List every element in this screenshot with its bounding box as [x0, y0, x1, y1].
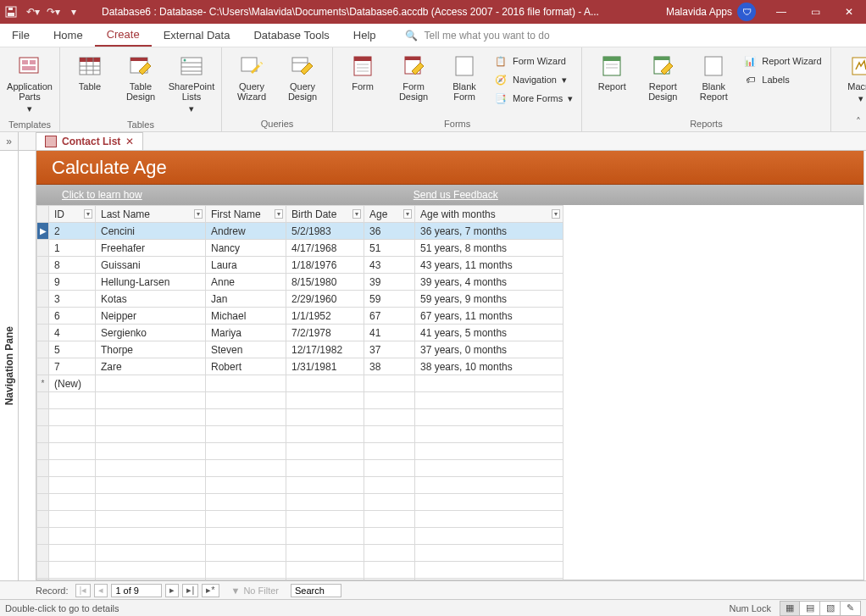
column-dropdown-icon[interactable]: ▾ [84, 209, 92, 219]
table-design-button[interactable]: Table Design [116, 51, 165, 103]
query-wizard-button[interactable]: Query Wizard [227, 51, 276, 103]
view-form-button[interactable]: ▦ [780, 601, 800, 616]
column-header[interactable]: Age▾ [364, 206, 415, 223]
form-button[interactable]: Form [338, 51, 387, 93]
table-row[interactable]: 4SergienkoMariya7/2/19784141 years, 5 mo… [37, 325, 563, 341]
row-selector[interactable] [37, 341, 49, 358]
report-wizard-button[interactable]: 📊Report Wizard [740, 53, 824, 69]
table-design-icon [127, 53, 154, 80]
form-wizard-icon: 📋 [494, 54, 508, 68]
navigation-button[interactable]: 🧭Navigation ▾ [491, 71, 576, 88]
menu-tab-create[interactable]: Create [95, 24, 152, 47]
blank-form-button[interactable]: Blank Form [440, 51, 489, 103]
row-selector[interactable] [37, 308, 49, 325]
view-layout-button[interactable]: ▧ [820, 601, 841, 616]
select-all-cell[interactable] [37, 206, 49, 223]
tab-close-icon[interactable]: ✕ [125, 136, 134, 147]
collapse-ribbon-icon[interactable]: ˄ [856, 116, 861, 128]
row-selector[interactable] [37, 358, 49, 375]
application-parts-button[interactable]: Application Parts▾ [5, 51, 54, 116]
menu-tab-help[interactable]: Help [341, 24, 388, 47]
table-button[interactable]: Table [65, 51, 114, 93]
table-row[interactable]: 6NeipperMichael1/1/19526767 years, 11 mo… [37, 308, 563, 325]
report-design-button[interactable]: Report Design [638, 51, 687, 103]
filter-icon: ▼ [231, 585, 241, 596]
record-prev-button[interactable]: ◂ [94, 584, 108, 597]
table-row[interactable]: 8GuissaniLaura1/18/19764343 years, 11 mo… [37, 257, 563, 274]
row-selector[interactable] [37, 291, 49, 308]
undo-icon[interactable]: ↶▾ [25, 6, 41, 18]
new-row[interactable]: *(New) [37, 375, 563, 392]
navigation-icon: 🧭 [494, 73, 508, 86]
menu-tab-external-data[interactable]: External Data [152, 24, 242, 47]
save-icon[interactable] [5, 6, 20, 18]
record-next-button[interactable]: ▸ [165, 584, 179, 597]
svg-rect-30 [405, 57, 420, 60]
query-wizard-icon [238, 53, 265, 80]
close-button[interactable]: ✕ [832, 0, 866, 24]
form-design-icon [400, 53, 427, 80]
column-header[interactable]: ID▾ [49, 206, 96, 223]
column-header[interactable]: Last Name▾ [96, 206, 206, 223]
table-row[interactable]: ▶2CenciniAndrew5/2/19833636 years, 7 mon… [37, 223, 563, 240]
column-dropdown-icon[interactable]: ▾ [194, 209, 203, 219]
blank-report-button[interactable]: Blank Report [689, 51, 738, 103]
form-design-button[interactable]: Form Design [389, 51, 438, 103]
more-forms-button[interactable]: 📑More Forms ▾ [491, 90, 576, 107]
menu-tab-database-tools[interactable]: Database Tools [241, 24, 341, 47]
column-dropdown-icon[interactable]: ▾ [353, 209, 361, 219]
labels-icon: 🏷 [743, 73, 757, 86]
datasheet[interactable]: ID▾Last Name▾First Name▾Birth Date▾Age▾A… [36, 205, 863, 580]
menu-tab-file[interactable]: File [0, 24, 42, 47]
ribbon-group-templates: Application Parts▾ Templates [0, 47, 60, 131]
column-dropdown-icon[interactable]: ▾ [552, 209, 560, 219]
minimize-button[interactable]: — [764, 0, 798, 24]
column-dropdown-icon[interactable]: ▾ [403, 209, 412, 219]
view-datasheet-button[interactable]: ▤ [800, 601, 820, 616]
report-button[interactable]: Report [587, 51, 636, 93]
column-header[interactable]: Age with months▾ [415, 206, 563, 223]
column-header[interactable]: Birth Date▾ [286, 206, 364, 223]
row-selector[interactable] [37, 257, 49, 274]
row-selector[interactable] [37, 274, 49, 291]
document-tab-label: Contact List [62, 136, 120, 147]
table-row[interactable]: 5ThorpeSteven12/17/19823737 years, 0 mon… [37, 341, 563, 358]
filter-indicator[interactable]: ▼No Filter [231, 585, 279, 596]
brand-logo-icon: 🛡 [737, 3, 756, 21]
document-tab[interactable]: Contact List ✕ [36, 132, 143, 150]
svg-rect-14 [130, 58, 147, 61]
view-design-button[interactable]: ✎ [841, 601, 861, 616]
column-dropdown-icon[interactable]: ▾ [275, 209, 283, 219]
record-first-button[interactable]: |◂ [75, 584, 92, 597]
record-new-button[interactable]: ▸* [202, 584, 219, 597]
svg-rect-31 [456, 57, 473, 75]
navigation-pane-collapsed[interactable]: Navigation Pane [0, 151, 19, 580]
column-header[interactable]: First Name▾ [206, 206, 286, 223]
redo-icon[interactable]: ↷▾ [46, 6, 61, 18]
macro-button[interactable]: Macro▾ [836, 51, 866, 106]
table-row[interactable]: 1FreehaferNancy4/17/19685151 years, 8 mo… [37, 240, 563, 257]
labels-button[interactable]: 🏷Labels [740, 71, 824, 88]
table-row[interactable]: 9Hellung-LarsenAnne8/15/19803939 years, … [37, 274, 563, 291]
svg-rect-8 [80, 58, 100, 62]
feedback-link[interactable]: Send us Feedback [414, 189, 498, 201]
qat-customize-icon[interactable]: ▾ [66, 6, 81, 18]
row-selector[interactable]: ▶ [37, 223, 49, 240]
menu-tab-home[interactable]: Home [42, 24, 95, 47]
row-selector[interactable] [37, 240, 49, 257]
tell-me-search[interactable]: 🔍 Tell me what you want to do [405, 30, 550, 42]
ribbon-group-label: Queries [222, 119, 332, 131]
report-design-icon [649, 53, 676, 80]
learn-how-link[interactable]: Click to learn how [62, 189, 142, 201]
record-search-input[interactable] [291, 584, 341, 597]
form-wizard-button[interactable]: 📋Form Wizard [491, 53, 576, 69]
table-row[interactable]: 3KotasJan2/29/19605959 years, 9 months [37, 291, 563, 308]
shutter-toggle-icon[interactable]: » [0, 132, 19, 150]
query-design-button[interactable]: Query Design [278, 51, 327, 103]
record-last-button[interactable]: ▸| [182, 584, 198, 597]
sharepoint-lists-button[interactable]: SharePoint Lists▾ [167, 51, 216, 116]
record-position-input[interactable] [111, 584, 162, 597]
row-selector[interactable] [37, 325, 49, 341]
maximize-button[interactable]: ▭ [798, 0, 832, 24]
table-row[interactable]: 7ZareRobert1/31/19813838 years, 10 month… [37, 358, 563, 375]
